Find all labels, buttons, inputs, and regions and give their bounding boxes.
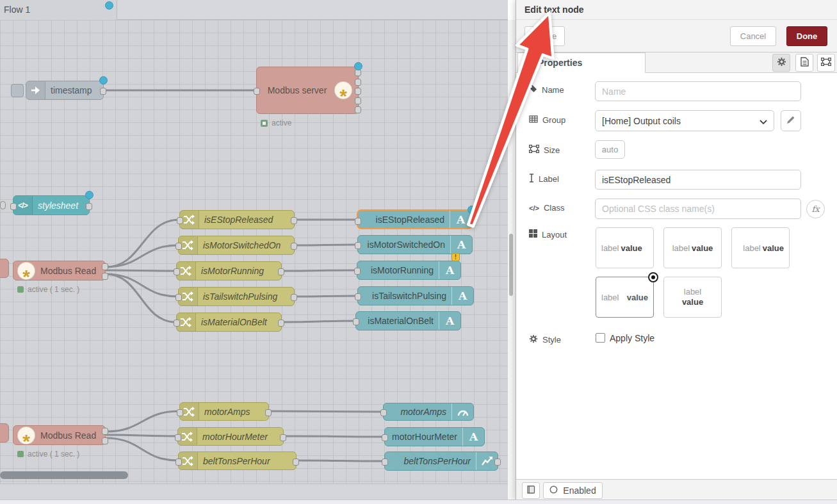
node-partial-2[interactable] xyxy=(0,423,9,443)
output-port[interactable] xyxy=(86,203,92,210)
node-link-stub[interactable] xyxy=(0,201,6,209)
layout-option-left[interactable]: labelvalue xyxy=(596,227,654,268)
node-txt-isEStopReleased[interactable]: isEStopReleasedA xyxy=(357,209,473,229)
node-txt-isMotorRunning[interactable]: isMotorRunningA! xyxy=(357,261,461,280)
output-port[interactable] xyxy=(355,97,361,104)
node-ch-isMaterialOnBelt[interactable]: isMaterialOnBelt xyxy=(176,313,282,332)
output-port[interactable] xyxy=(291,294,297,301)
layout-option-stacked[interactable]: labelvalue xyxy=(663,277,722,318)
node-partial-1[interactable] xyxy=(0,259,9,278)
tray-header: Edit text node xyxy=(516,0,837,20)
node-ui-beltTonsPerHour[interactable]: beltTonsPerHour xyxy=(384,451,498,471)
node-ch-motorHourMeter[interactable]: motorHourMeter xyxy=(177,427,284,446)
edit-group-button[interactable] xyxy=(781,110,801,131)
node-txt-isTailswitchPulsing[interactable]: isTailswitchPulsingA xyxy=(357,286,474,305)
node-modbus-read-1[interactable]: *Modbus Read xyxy=(13,261,106,280)
tab-properties[interactable]: Properties xyxy=(517,53,646,73)
status-dot xyxy=(17,286,24,293)
layout-option-center[interactable]: labelvalue xyxy=(663,227,722,268)
node-modbus-read-2[interactable]: *Modbus Read xyxy=(13,425,106,445)
enabled-toggle-button[interactable]: Enabled xyxy=(543,482,603,499)
output-port[interactable] xyxy=(280,434,286,441)
output-port[interactable] xyxy=(355,88,361,95)
delete-button[interactable]: Delete xyxy=(524,26,565,46)
output-port[interactable] xyxy=(278,320,284,327)
input-port[interactable] xyxy=(380,409,387,416)
node-label: motorAmps xyxy=(384,407,451,417)
input-port[interactable] xyxy=(254,88,260,95)
input-port[interactable] xyxy=(355,242,361,249)
class-input[interactable] xyxy=(595,199,801,219)
output-port[interactable] xyxy=(355,79,361,86)
output-port[interactable] xyxy=(293,459,299,466)
node-label: beltTonsPerHour xyxy=(198,456,296,466)
input-port[interactable] xyxy=(355,293,361,300)
horizontal-scrollbar-thumb[interactable] xyxy=(0,471,128,479)
input-port[interactable] xyxy=(10,203,17,210)
node-modbus-server[interactable]: Modbus server* xyxy=(256,67,359,114)
node-ch-isMotorSwitchedOn[interactable]: isMotorSwitchedOn xyxy=(178,236,295,255)
output-port[interactable] xyxy=(102,437,108,444)
vertical-scrollbar-thumb[interactable] xyxy=(509,234,513,296)
input-port[interactable] xyxy=(174,268,180,275)
node-info-button[interactable] xyxy=(522,482,540,499)
input-port[interactable] xyxy=(353,318,359,325)
input-port[interactable] xyxy=(382,434,388,441)
output-port[interactable] xyxy=(355,106,361,113)
node-ch-isTailswitchPulsing[interactable]: isTailswitchPulsing xyxy=(178,287,295,306)
input-port[interactable] xyxy=(174,320,180,327)
input-port[interactable] xyxy=(382,459,388,466)
output-port[interactable] xyxy=(100,88,106,95)
output-port[interactable] xyxy=(102,428,108,435)
output-port[interactable] xyxy=(494,459,501,466)
node-txt-isMotorSwitchedOn[interactable]: isMotorSwitchedOnA xyxy=(357,235,473,254)
input-port[interactable] xyxy=(354,268,361,275)
input-port[interactable] xyxy=(175,243,182,250)
output-port[interactable] xyxy=(102,263,108,270)
node-timestamp[interactable]: timestamp xyxy=(26,81,104,100)
input-port[interactable] xyxy=(175,459,182,466)
layout-option-spread[interactable]: labelvalue xyxy=(596,277,654,318)
output-port[interactable] xyxy=(265,409,272,416)
group-select[interactable]: [Home] Output coils xyxy=(595,110,774,131)
node-ui-motorAmps[interactable]: motorAmps xyxy=(383,403,474,421)
description-tab-button[interactable] xyxy=(795,54,813,72)
modbus-icon: * xyxy=(17,427,35,444)
input-port[interactable] xyxy=(355,218,361,225)
output-port[interactable] xyxy=(291,243,297,250)
class-expression-button[interactable]: fx xyxy=(806,200,825,218)
gauge-icon xyxy=(451,403,473,420)
node-ch-beltTonsPerHour[interactable]: beltTonsPerHour xyxy=(178,451,297,470)
layout-option-right[interactable]: labelvalue xyxy=(731,227,790,268)
input-port[interactable] xyxy=(175,434,181,441)
node-txt-isMaterialOnBelt[interactable]: isMaterialOnBeltA xyxy=(355,311,461,330)
input-port[interactable] xyxy=(177,217,183,224)
node-label: stylesheet xyxy=(33,200,89,211)
output-port[interactable] xyxy=(278,268,284,275)
wire xyxy=(106,270,176,271)
node-ui-motorHourMeter[interactable]: motorHourMeterA xyxy=(384,427,485,446)
cancel-button[interactable]: Cancel xyxy=(730,26,776,46)
node-ch-isMotorRunning[interactable]: isMotorRunning xyxy=(176,261,282,280)
node-status: active ( 1 sec. ) xyxy=(17,285,79,294)
wire xyxy=(282,321,355,322)
apply-style-checkbox[interactable] xyxy=(596,333,605,343)
node-ch-isEStopReleased[interactable]: isEStopReleased xyxy=(179,210,295,229)
appearance-tab-button[interactable] xyxy=(817,54,835,72)
name-input[interactable] xyxy=(595,81,801,101)
input-port[interactable] xyxy=(175,294,182,301)
output-port[interactable] xyxy=(291,217,297,224)
label-input[interactable] xyxy=(595,170,801,190)
tab-flow-1[interactable]: Flow 1 xyxy=(0,0,117,20)
node-ch-motorAmps[interactable]: motorAmps xyxy=(179,402,269,421)
properties-gear-tab-button[interactable] xyxy=(772,54,790,72)
done-button[interactable]: Done xyxy=(786,26,827,46)
node-stylesheet[interactable]: </>stylesheet xyxy=(13,195,90,215)
size-auto-button[interactable]: auto xyxy=(595,140,625,159)
node-status: active ( 1 sec. ) xyxy=(17,450,79,459)
flow-canvas[interactable]: timestampModbus server*active</>styleshe… xyxy=(0,20,508,484)
input-port[interactable] xyxy=(177,409,183,416)
node-label: motorAmps xyxy=(199,407,268,417)
inject-button[interactable] xyxy=(11,84,24,97)
output-port[interactable] xyxy=(102,273,108,280)
